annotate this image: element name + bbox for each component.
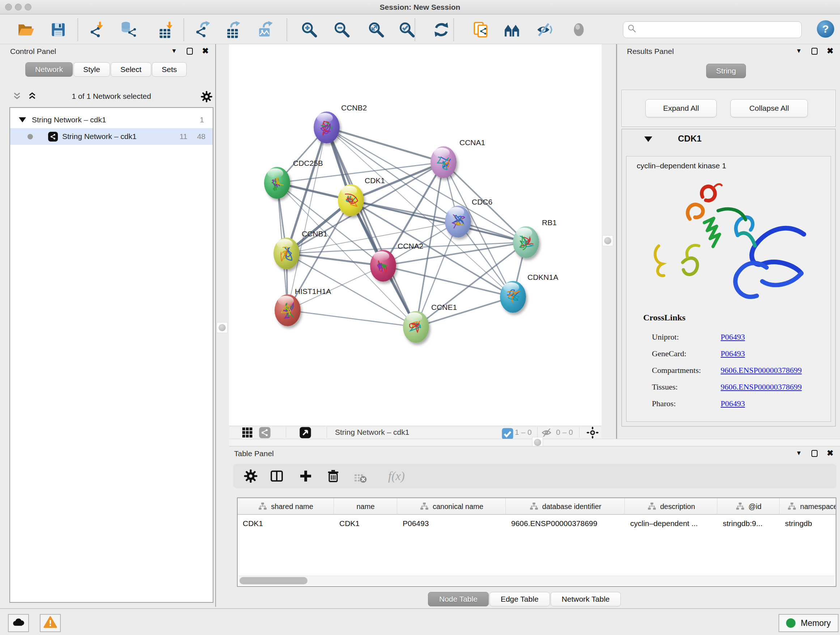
- close-results-icon[interactable]: ✖: [827, 46, 834, 56]
- node-ccnb2[interactable]: [314, 111, 340, 143]
- float-results-icon[interactable]: [812, 48, 818, 55]
- column-header-description[interactable]: description: [625, 498, 717, 515]
- open-folder-button[interactable]: [16, 19, 36, 40]
- table-cell[interactable]: cyclin–dependent ...: [625, 516, 717, 532]
- tab-network[interactable]: Network: [25, 62, 73, 77]
- cloud-button[interactable]: [8, 614, 29, 632]
- collapse-all-button[interactable]: Collapse All: [730, 99, 808, 117]
- edge[interactable]: [327, 127, 444, 162]
- export-table-button[interactable]: [223, 19, 243, 40]
- zoom-in-button[interactable]: [299, 19, 319, 40]
- node-cdc6[interactable]: [445, 206, 471, 238]
- zoom-fit-button[interactable]: [366, 19, 386, 40]
- collapse-table-icon[interactable]: ▼: [796, 450, 802, 457]
- table-hscrollbar[interactable]: [238, 576, 835, 585]
- first-neighbors-button[interactable]: [502, 19, 523, 40]
- column-header-databaseidentifier[interactable]: database identifier: [506, 498, 625, 515]
- close-table-icon[interactable]: ✖: [827, 448, 834, 458]
- tab-string[interactable]: String: [706, 64, 746, 78]
- clone-network-button[interactable]: [471, 19, 491, 40]
- tab-node-table[interactable]: Node Table: [428, 592, 489, 606]
- column-header-id[interactable]: @id: [718, 498, 780, 515]
- gene-caret-icon[interactable]: [644, 136, 652, 142]
- column-header-sharedname[interactable]: shared name: [238, 498, 334, 515]
- table-options-gear-icon[interactable]: [243, 469, 259, 485]
- collapse-results-icon[interactable]: ▼: [796, 48, 802, 55]
- network-collection-row[interactable]: String Network – cdk1 1: [10, 111, 213, 128]
- detach-view-icon[interactable]: [299, 426, 311, 439]
- delete-column-icon[interactable]: [326, 469, 342, 485]
- edge[interactable]: [416, 297, 513, 327]
- expand-all-button[interactable]: Expand All: [645, 99, 717, 117]
- grid-view-icon[interactable]: [241, 426, 254, 439]
- edge[interactable]: [327, 127, 416, 327]
- node-ccna2[interactable]: [370, 250, 396, 282]
- crosslink-link[interactable]: P06493: [721, 349, 745, 358]
- table-hscrollbar-thumb[interactable]: [240, 577, 308, 584]
- table-cell[interactable]: CDK1: [334, 516, 397, 532]
- birdseye-navigator-icon[interactable]: [586, 426, 599, 439]
- show-all-button[interactable]: [569, 19, 589, 40]
- import-table-button[interactable]: [156, 19, 176, 40]
- column-header-namespace[interactable]: namespace: [780, 498, 836, 515]
- collection-caret-icon[interactable]: [19, 117, 26, 122]
- crosslink-link[interactable]: P06493: [721, 333, 745, 342]
- selected-checkbox-icon[interactable]: [501, 428, 511, 437]
- edge[interactable]: [327, 127, 526, 242]
- network-canvas[interactable]: CCNB2CCNA1CDC25BCDK1CDC6RB1CCNB1CCNA2CDK…: [229, 44, 602, 426]
- help-button[interactable]: ?: [817, 20, 834, 38]
- gene-result-header[interactable]: CDK1: [622, 129, 835, 149]
- export-network-button[interactable]: [193, 19, 213, 40]
- close-panel-icon[interactable]: ✖: [202, 46, 209, 56]
- node-ccnb1[interactable]: [273, 238, 300, 269]
- collapse-panel-icon[interactable]: ▼: [171, 48, 177, 55]
- left-splitter[interactable]: [216, 44, 228, 607]
- save-button[interactable]: [48, 19, 68, 40]
- string-view-icon[interactable]: [259, 426, 271, 439]
- horizontal-splitter[interactable]: [229, 439, 840, 446]
- tab-style[interactable]: Style: [73, 62, 110, 77]
- crosslink-link[interactable]: P06493: [721, 399, 745, 409]
- table-cell[interactable]: CDK1: [238, 516, 334, 532]
- node-ccne1[interactable]: [403, 311, 429, 343]
- right-splitter[interactable]: [602, 44, 614, 439]
- table-cell[interactable]: stringdb: [780, 516, 836, 532]
- node-hist1h1a[interactable]: [275, 295, 301, 326]
- zoom-out-button[interactable]: [332, 19, 352, 40]
- import-database-button[interactable]: [118, 19, 139, 40]
- node-ccna1[interactable]: [431, 146, 456, 178]
- network-options-gear-icon[interactable]: [201, 90, 213, 104]
- search-box[interactable]: [623, 21, 802, 38]
- node-cdk1[interactable]: [338, 184, 364, 216]
- table-cell[interactable]: 9606.ENSP00000378699: [506, 516, 625, 532]
- refresh-button[interactable]: [431, 19, 452, 40]
- crosslink-link[interactable]: 9606.ENSP00000378699: [721, 382, 802, 392]
- export-image-button[interactable]: [256, 19, 276, 40]
- hide-selected-button[interactable]: [534, 19, 554, 40]
- tab-select[interactable]: Select: [111, 62, 151, 77]
- table-cell[interactable]: P06493: [398, 516, 506, 532]
- column-header-canonicalname[interactable]: canonical name: [398, 498, 506, 515]
- table-cell[interactable]: stringdb:9...: [718, 516, 780, 532]
- show-columns-icon[interactable]: [270, 469, 286, 485]
- edge[interactable]: [286, 253, 383, 266]
- column-header-name[interactable]: name: [334, 498, 397, 515]
- node-cdc25b[interactable]: [264, 167, 290, 199]
- zoom-selected-button[interactable]: [397, 19, 417, 40]
- node-rb1[interactable]: [513, 226, 539, 258]
- memory-button[interactable]: Memory: [778, 614, 838, 632]
- edge[interactable]: [287, 127, 327, 310]
- import-network-button[interactable]: [88, 19, 108, 40]
- edge[interactable]: [287, 310, 416, 327]
- tab-network-table[interactable]: Network Table: [551, 592, 621, 606]
- network-row[interactable]: String Network – cdk1 11 48: [10, 128, 213, 145]
- node-cdkn1a[interactable]: [500, 281, 526, 313]
- tab-edge-table[interactable]: Edge Table: [489, 592, 550, 606]
- float-table-icon[interactable]: [812, 450, 818, 457]
- crosslink-link[interactable]: 9606.ENSP00000378699: [721, 366, 802, 375]
- tab-sets[interactable]: Sets: [152, 62, 187, 77]
- add-column-icon[interactable]: [298, 469, 314, 485]
- edge[interactable]: [351, 200, 526, 242]
- node-table[interactable]: shared namenamecanonical namedatabase id…: [237, 497, 836, 587]
- warnings-button[interactable]: [40, 614, 61, 632]
